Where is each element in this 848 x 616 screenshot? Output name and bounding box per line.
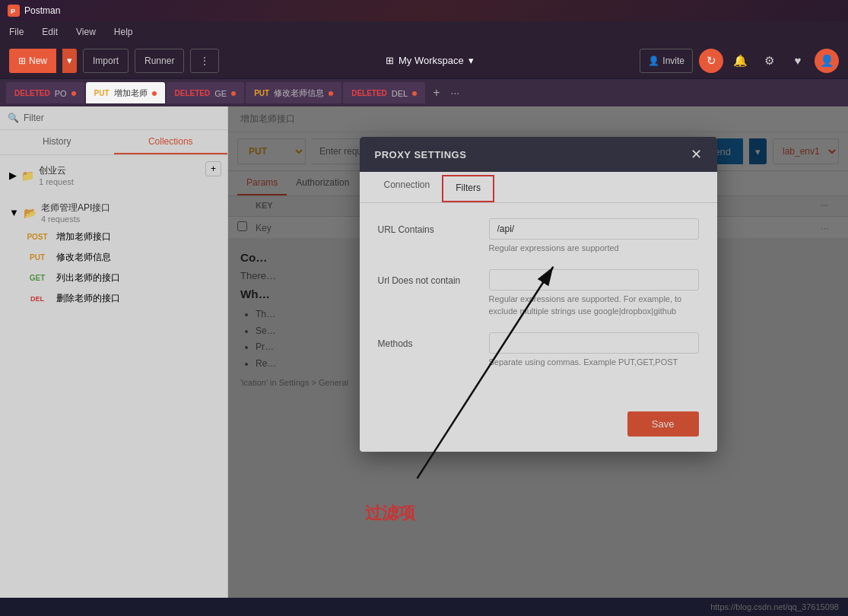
import-button[interactable]: Import (83, 49, 129, 73)
url-contains-row: URL Contains Regular expressions are sup… (378, 218, 699, 254)
toolbar-icon-group: ↻ 🔔 ⚙ ♥ 👤 (699, 49, 839, 73)
tab-4[interactable]: DELETED DEL (343, 82, 425, 103)
methods-field: Separate using commas. Example PUT,GET,P… (489, 332, 699, 368)
runner-button[interactable]: Runner (135, 49, 184, 73)
menu-view[interactable]: View (73, 25, 99, 39)
annotation-text: 过滤项 (365, 502, 415, 525)
title-bar: P Postman (0, 0, 848, 21)
methods-label: Methods (378, 332, 477, 349)
status-url: https://blog.csdn.net/qq_37615098 (710, 602, 839, 611)
folder-icon: 📁 (21, 170, 34, 182)
new-dropdown-button[interactable]: ▾ (62, 49, 77, 73)
url-not-contains-row: Url Does not contain Regular expressions… (378, 269, 699, 317)
toolbar: ⊞ New ▾ Import Runner ⋮ ⊞ My Workspace ▾… (0, 43, 848, 79)
collection-header-2[interactable]: ▼ 📂 老师管理API接口 4 requests (6, 198, 221, 227)
sidebar-tab-collections[interactable]: Collections (114, 130, 228, 154)
tab-method-0: DELETED (14, 89, 50, 97)
tab-label-4: DEL (392, 89, 408, 98)
tab-dot-1 (152, 91, 157, 96)
notification-icon-button[interactable]: 🔔 (728, 49, 752, 73)
app-icon: P (8, 5, 20, 17)
modal-body: URL Contains Regular expressions are sup… (360, 203, 717, 399)
add-tab-button[interactable]: + (427, 86, 446, 100)
collection-group-2: ▼ 📂 老师管理API接口 4 requests POST 增加老师接口 PUT… (6, 198, 221, 309)
api-item-label: 删除老师的接口 (56, 292, 120, 305)
user-icon-button[interactable]: 👤 (815, 49, 839, 73)
list-item[interactable]: GET 列出老师的接口 (21, 268, 221, 288)
modal-tab-filters[interactable]: Filters (442, 175, 494, 202)
invite-button[interactable]: 👤 Invite (640, 49, 693, 73)
folder-open-icon: 📂 (24, 207, 37, 219)
new-icon: ⊞ (18, 56, 26, 66)
collection-title-1: 创业云 (39, 164, 74, 177)
modal-tab-connection[interactable]: Connection (372, 172, 443, 202)
menu-file[interactable]: File (6, 25, 27, 39)
api-item-label: 列出老师的接口 (56, 271, 120, 284)
sidebar-content: + ▶ 📁 创业云 1 request ▼ 📂 老 (0, 155, 227, 616)
more-tabs-button[interactable]: ··· (448, 87, 463, 99)
tab-2[interactable]: DELETED GE (167, 82, 245, 103)
new-button[interactable]: ⊞ New (9, 49, 56, 73)
heart-icon-button[interactable]: ♥ (786, 49, 810, 73)
invite-icon: 👤 (648, 56, 659, 66)
tab-1[interactable]: PUT 增加老师 (86, 82, 165, 103)
main-area: 🔍 Filter History Collections + ▶ 📁 创业云 1… (0, 106, 848, 616)
url-not-contains-input[interactable] (489, 269, 699, 291)
url-not-contains-field: Regular expressions are supported. For e… (489, 269, 699, 317)
modal-title: PROXY SETTINGS (375, 149, 467, 160)
search-icon: 🔍 (8, 113, 19, 123)
collection-header-1[interactable]: ▶ 📁 创业云 1 request (6, 161, 205, 189)
url-contains-hint: Regular expressions are supported (489, 243, 699, 254)
tab-dot-4 (412, 91, 417, 96)
list-item[interactable]: POST 增加老师接口 (21, 227, 221, 247)
api-item-label: 修改老师信息 (56, 251, 111, 264)
tab-label-2: GE (214, 89, 227, 98)
tab-0[interactable]: DELETED PO (6, 82, 84, 103)
settings-icon-button[interactable]: ⚙ (757, 49, 781, 73)
sidebar-tab-history[interactable]: History (0, 130, 114, 154)
chevron-down-icon: ▼ (9, 207, 19, 218)
save-button[interactable]: Save (627, 411, 699, 437)
status-bar: https://blog.csdn.net/qq_37615098 (0, 598, 848, 616)
tabs-bar: DELETED PO PUT 增加老师 DELETED GE PUT 修改老师信… (0, 79, 848, 106)
modal-overlay: PROXY SETTINGS ✕ Connection Filters (228, 106, 848, 616)
modal-close-button[interactable]: ✕ (691, 148, 702, 161)
more-toolbar-button[interactable]: ⋮ (190, 49, 219, 73)
method-badge-post: POST (24, 233, 50, 241)
list-item[interactable]: PUT 修改老师信息 (21, 247, 221, 268)
collection-group-1: ▶ 📁 创业云 1 request (6, 161, 221, 189)
sidebar-add-button[interactable]: + (205, 161, 221, 176)
app-title: Postman (24, 5, 60, 16)
menu-edit[interactable]: Edit (39, 25, 61, 39)
workspace-selector[interactable]: ⊞ My Workspace ▾ (380, 52, 480, 69)
workspace-label: My Workspace (399, 55, 464, 66)
modal-tabs: Connection Filters (360, 172, 717, 203)
list-item[interactable]: DEL 删除老师的接口 (21, 288, 221, 309)
workspace-grid-icon: ⊞ (386, 55, 394, 66)
url-not-contains-hint: Regular expressions are supported. For e… (489, 294, 699, 317)
sync-icon-button[interactable]: ↻ (699, 49, 723, 73)
modal-footer: Save (360, 399, 717, 452)
tab-3[interactable]: PUT 修改老师信息 (246, 82, 341, 103)
collection-subtitle-2: 4 requests (41, 214, 110, 224)
method-badge-get: GET (24, 274, 50, 282)
url-contains-input[interactable] (489, 218, 699, 240)
chevron-right-icon: ▶ (9, 170, 17, 181)
tab-dot-3 (329, 91, 333, 96)
tab-label-1: 增加老师 (114, 87, 148, 99)
workspace-chevron-icon: ▾ (468, 55, 474, 66)
tab-label-0: PO (55, 89, 67, 98)
sidebar: 🔍 Filter History Collections + ▶ 📁 创业云 1… (0, 106, 228, 616)
tab-dot-0 (71, 91, 76, 96)
tab-method-3: PUT (254, 89, 269, 97)
tab-dot-2 (231, 91, 236, 96)
tab-method-2: DELETED (175, 89, 211, 97)
tab-method-1: PUT (94, 89, 110, 97)
proxy-settings-modal: PROXY SETTINGS ✕ Connection Filters (360, 137, 717, 452)
collection-title-2: 老师管理API接口 (41, 202, 110, 214)
method-badge-del: DEL (24, 295, 50, 303)
menu-help[interactable]: Help (111, 25, 136, 39)
methods-input[interactable] (489, 332, 699, 354)
menu-bar: File Edit View Help (0, 21, 848, 43)
url-not-contains-label: Url Does not contain (378, 269, 477, 286)
